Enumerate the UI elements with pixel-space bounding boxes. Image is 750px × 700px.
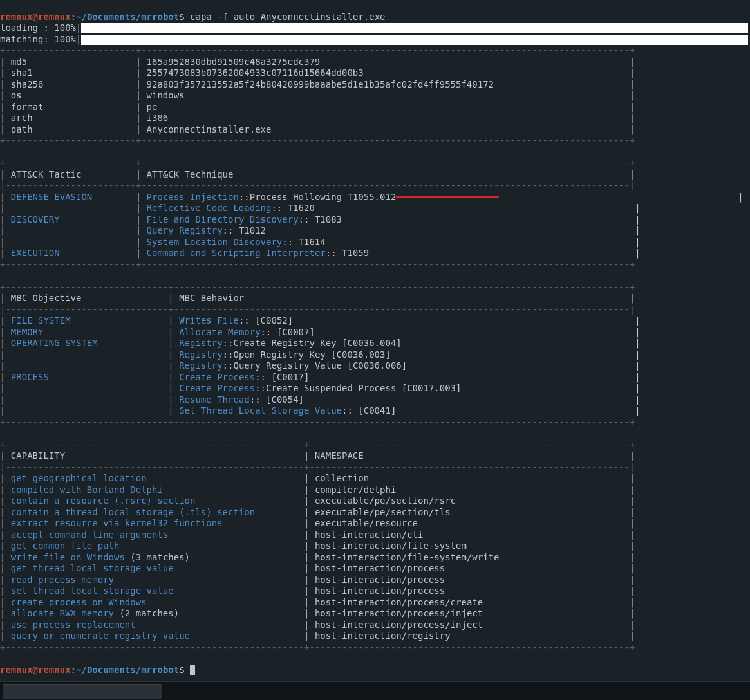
table-row: | | Registry::Query Registry Value [C003… xyxy=(0,360,641,371)
table-row: | os | windows | xyxy=(0,90,635,100)
namespace-value: compiler/delphi xyxy=(315,484,396,495)
attack-table-rows: | DEFENSE EVASION | Process Injection::P… xyxy=(0,192,750,259)
attack-technique-link[interactable]: System Location Discovery xyxy=(147,237,283,247)
mbc-behavior-link[interactable]: Create Process xyxy=(179,372,255,382)
table-row: | use process replacement | host-interac… xyxy=(0,620,635,630)
prompt-colon: : xyxy=(71,12,76,22)
highlight-underline-icon xyxy=(396,196,499,198)
namespace-value: host-interaction/process xyxy=(315,563,445,573)
table-row: | create process on Windows | host-inter… xyxy=(0,597,635,607)
capability-link[interactable]: create process on Windows xyxy=(11,597,147,607)
table-row: | contain a thread local storage (.tls) … xyxy=(0,507,635,517)
mbc-sep-bot: +------------------------------+--------… xyxy=(0,417,635,427)
namespace-value: host-interaction/file-system xyxy=(315,540,467,551)
table-row: | OPERATING SYSTEM | Registry::Create Re… xyxy=(0,338,641,348)
table-row: | DISCOVERY | File and Directory Discove… xyxy=(0,214,641,225)
attack-technique-link[interactable]: Reflective Code Loading xyxy=(147,203,272,213)
capability-link[interactable]: compiled with Borland Delphi xyxy=(11,484,163,495)
table-row: | contain a resource (.rsrc) section | e… xyxy=(0,495,635,506)
meta-sep-bot: +------------------------+--------------… xyxy=(0,135,635,145)
capability-link[interactable]: allocate RWX memory xyxy=(11,608,114,618)
capability-link[interactable]: set thread local storage value xyxy=(11,585,174,596)
table-row: | allocate RWX memory (2 matches) | host… xyxy=(0,608,635,618)
table-row: | path | Anyconnectinstaller.exe | xyxy=(0,124,635,134)
attack-technique-link[interactable]: Command and Scripting Interpreter xyxy=(147,248,326,258)
loading-line: loading : 100%| xyxy=(0,23,748,33)
attack-technique-link[interactable]: File and Directory Discovery xyxy=(147,214,299,225)
table-row: | | Reflective Code Loading:: T1620 | xyxy=(0,203,641,213)
capability-link[interactable]: extract resource via kernel32 functions xyxy=(11,518,223,528)
attack-sep-bot: +------------------------+--------------… xyxy=(0,259,635,270)
capability-link[interactable]: write file on Windows xyxy=(11,552,125,562)
table-row: | md5 | 165a952830dbd91509c48a3275edc379… xyxy=(0,57,635,67)
namespace-value: executable/pe/section/tls xyxy=(315,507,451,517)
prompt-dollar: $ xyxy=(179,12,184,22)
capability-link[interactable]: accept command line arguments xyxy=(11,530,168,540)
mbc-objective: PROCESS xyxy=(11,372,163,382)
taskbar[interactable] xyxy=(0,681,750,700)
mbc-behavior-link[interactable]: Set Thread Local Storage Value xyxy=(179,405,342,416)
capability-link[interactable]: contain a resource (.rsrc) section xyxy=(11,495,196,506)
attack-sep-mid: |------------------------+--------------… xyxy=(0,180,635,190)
prompt-host: remnux xyxy=(38,12,71,22)
table-row: | | System Location Discovery:: T1614 | xyxy=(0,237,641,247)
mbc-behavior-link[interactable]: Create Process xyxy=(179,383,255,393)
table-row: | get geographical location | collection… xyxy=(0,473,635,483)
table-row: | write file on Windows (3 matches) | ho… xyxy=(0,552,635,562)
prompt-line-2[interactable]: remnux@remnux:~/Documents/mrrobot$ xyxy=(0,665,195,675)
capability-link[interactable]: use process replacement xyxy=(11,620,136,630)
capability-link[interactable]: read process memory xyxy=(11,575,114,585)
namespace-value: host-interaction/process/create xyxy=(315,597,483,607)
mbc-behavior-link[interactable]: Registry xyxy=(179,360,222,371)
cap-sep-top: +---------------------------------------… xyxy=(0,439,635,450)
attack-sep-top: +------------------------+--------------… xyxy=(0,158,635,168)
mbc-behavior-link[interactable]: Resume Thread xyxy=(179,394,250,405)
table-row: | | Query Registry:: T1012 | xyxy=(0,225,641,235)
matching-progress-bar xyxy=(81,35,748,45)
capability-link[interactable]: contain a thread local storage (.tls) se… xyxy=(11,507,255,517)
matching-line: matching: 100%| xyxy=(0,34,748,44)
command-text: capa -f auto Anyconnectinstaller.exe xyxy=(190,12,385,22)
mbc-table-rows: | FILE SYSTEM | Writes File:: [C0052] | … xyxy=(0,315,750,417)
mbc-behavior-link[interactable]: Registry xyxy=(179,338,222,348)
taskbar-item[interactable] xyxy=(3,684,162,699)
mbc-head: | MBC Objective | MBC Behavior | xyxy=(0,293,635,303)
table-row: | get thread local storage value | host-… xyxy=(0,563,635,573)
namespace-value: collection xyxy=(315,473,369,483)
loading-progress-bar xyxy=(81,23,748,33)
attack-tactic: EXECUTION xyxy=(11,248,130,258)
mbc-behavior-link[interactable]: Registry xyxy=(179,349,222,360)
mbc-objective: FILE SYSTEM xyxy=(11,315,163,326)
table-row: | format | pe | xyxy=(0,102,635,112)
meta-sep-top: +------------------------+--------------… xyxy=(0,45,635,55)
attack-tactic: DEFENSE EVASION xyxy=(11,192,130,202)
namespace-value: host-interaction/cli xyxy=(315,530,424,540)
capability-link[interactable]: get common file path xyxy=(11,540,120,551)
terminal[interactable]: remnux@remnux:~/Documents/mrrobot$ capa … xyxy=(0,0,750,700)
capability-link[interactable]: query or enumerate registry value xyxy=(11,631,190,641)
namespace-value: host-interaction/process xyxy=(315,575,445,585)
table-row: | arch | i386 | xyxy=(0,113,635,123)
table-row: | set thread local storage value | host-… xyxy=(0,585,635,596)
cap-sep-bot: +---------------------------------------… xyxy=(0,642,635,652)
table-row: | | Resume Thread:: [C0054] | xyxy=(0,394,641,405)
mbc-sep-top: +------------------------------+--------… xyxy=(0,282,635,292)
table-row: | EXECUTION | Command and Scripting Inte… xyxy=(0,248,641,258)
attack-technique-link[interactable]: Query Registry xyxy=(147,225,223,235)
mbc-behavior-link[interactable]: Writes File xyxy=(179,315,239,326)
namespace-value: executable/pe/section/rsrc xyxy=(315,495,456,506)
table-row: | read process memory | host-interaction… xyxy=(0,575,635,585)
table-row: | DEFENSE EVASION | Process Injection::P… xyxy=(0,192,744,202)
mbc-sep-mid: |------------------------------+--------… xyxy=(0,304,635,315)
meta-table-rows: | md5 | 165a952830dbd91509c48a3275edc379… xyxy=(0,57,750,136)
capability-link[interactable]: get thread local storage value xyxy=(11,563,174,573)
mbc-behavior-link[interactable]: Allocate Memory xyxy=(179,327,260,337)
table-row: | sha1 | 2557473083b07362004933c07116d15… xyxy=(0,68,635,78)
table-row: | MEMORY | Allocate Memory:: [C0007] | xyxy=(0,327,641,337)
prompt-line-1: remnux@remnux:~/Documents/mrrobot$ capa … xyxy=(0,12,386,22)
namespace-value: host-interaction/process xyxy=(315,585,445,596)
namespace-value: host-interaction/file-system/write xyxy=(315,552,500,562)
prompt-path: ~/Documents/mrrobot xyxy=(76,12,179,22)
attack-technique-link[interactable]: Process Injection xyxy=(147,192,239,202)
capability-link[interactable]: get geographical location xyxy=(11,473,147,483)
